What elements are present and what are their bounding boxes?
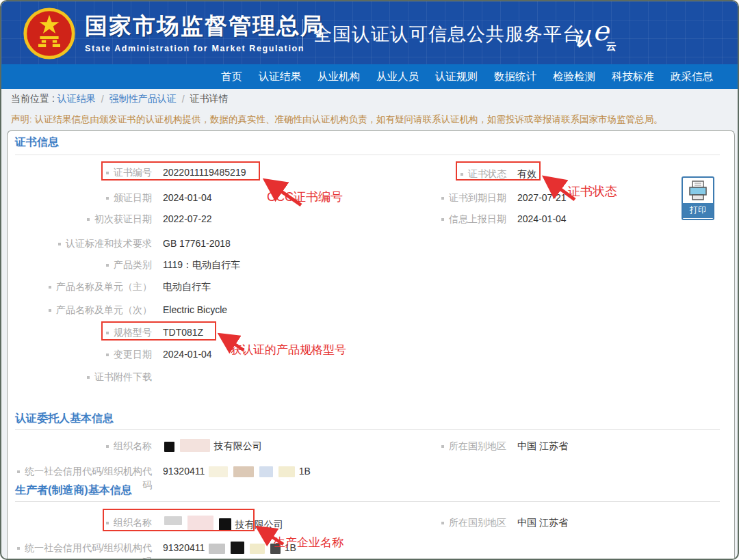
header-divider (302, 19, 303, 48)
breadcrumb-current: 证书详情 (190, 93, 229, 105)
field-value: 2022-07-22 (163, 212, 212, 226)
section-divider (15, 501, 720, 502)
highlight-box-manufacturer (103, 509, 255, 531)
nav-item-inspection[interactable]: 检验检测 (553, 70, 595, 84)
redaction-block (209, 544, 225, 554)
annotation-model: 获认证的产品规格型号 (230, 342, 346, 358)
nav-item-rules[interactable]: 认证规则 (435, 70, 478, 84)
breadcrumb: 当前位置 : 认证结果 / 强制性产品认证 / 证书详情 (1, 89, 738, 109)
field-value: 1119：电动自行车 (163, 258, 240, 271)
field-label: 初次获证日期 (15, 212, 152, 226)
section-title-applicant: 认证委托人基本信息 (15, 412, 114, 426)
field-value: GB 17761-2018 (163, 237, 231, 250)
disclaimer-notice: 声明: 认证结果信息由颁发证书的认证机构提供，数据的真实性、准确性由认证机构负责… (1, 109, 738, 130)
nav-item-standards[interactable]: 科技标准 (612, 70, 654, 84)
section-divider (15, 155, 720, 155)
breadcrumb-separator: / (101, 94, 104, 105)
field-row-issue-date: 颁证日期 2024-01-04 (15, 191, 212, 204)
printer-icon (687, 180, 709, 203)
field-value: 电动自行车 (163, 280, 211, 293)
redaction-block (259, 466, 273, 477)
highlight-box-cert-no (101, 161, 260, 181)
field-label: 产品类别 (15, 258, 152, 271)
national-emblem-icon (22, 6, 77, 61)
breadcrumb-link-ccc[interactable]: 强制性产品认证 (109, 93, 177, 105)
field-row-product-name-main: 产品名称及单元（主） 电动自行车 (15, 280, 211, 293)
credit-code-redacted: 91320411 1B (163, 464, 311, 478)
certificate-detail-page: 国家市场监督管理总局 State Administration for Mark… (0, 0, 739, 560)
breadcrumb-separator: / (182, 94, 185, 105)
field-label: 认证标准和技术要求 (15, 237, 152, 250)
field-row-first-issue-date: 初次获证日期 2022-07-22 (15, 212, 212, 226)
field-label: 颁证日期 (15, 191, 152, 204)
field-value: 2024-01-04 (163, 347, 212, 361)
org-title-cn: 国家市场监督管理总局 (85, 11, 324, 42)
field-label: 产品名称及单元（主） (15, 280, 152, 293)
redaction-block (278, 466, 295, 477)
breadcrumb-prefix: 当前位置 : (11, 93, 55, 105)
field-row-attachment-download: 证书附件下载 (15, 370, 163, 384)
field-row-standard: 认证标准和技术要求 GB 17761-2018 (15, 237, 231, 250)
nav-item-home[interactable]: 首页 (221, 70, 242, 84)
nav-item-statistics[interactable]: 数据统计 (494, 70, 536, 84)
nav-item-personnel[interactable]: 从业人员 (376, 70, 419, 84)
credit-code-prefix: 91320411 (163, 466, 205, 477)
field-label: 产品名称及单元（次） (15, 303, 152, 317)
field-label: 统一社会信用代码/组织机构代码 (15, 541, 152, 560)
org-title-block: 国家市场监督管理总局 State Administration for Mark… (85, 11, 324, 53)
field-row-manufacturer-region: 所在国别地区 中国 江苏省 (420, 516, 568, 529)
nav-item-cert-results[interactable]: 认证结果 (259, 70, 301, 84)
credit-code-suffix: 1B (299, 466, 311, 477)
field-value: 中国 江苏省 (517, 439, 568, 453)
field-row-manufacturer-credit-code: 统一社会信用代码/组织机构代码 91320411 1B (15, 541, 296, 560)
platform-title: 全国认证认可信息公共服务平台 (313, 22, 582, 46)
breadcrumb-link-cert-results[interactable]: 认证结果 (57, 93, 96, 105)
field-row-applicant-region: 所在国别地区 中国 江苏省 (420, 439, 568, 453)
print-button-label: 打印 (683, 203, 713, 218)
section-title-manufacturer: 生产者(制造商)基本信息 (15, 483, 132, 498)
nav-item-procurement[interactable]: 政采信息 (671, 70, 713, 84)
section-divider (15, 429, 720, 430)
field-row-product-category: 产品类别 1119：电动自行车 (15, 258, 240, 271)
print-button[interactable]: 打印 (682, 176, 714, 220)
main-nav: 首页 认证结果 从业机构 从业人员 认证规则 数据统计 检验检测 科技标准 政采… (1, 64, 738, 89)
redaction-block (209, 466, 228, 477)
field-row-report-date: 信息上报日期 2024-01-04 (420, 212, 567, 226)
field-label: 证书附件下载 (15, 370, 152, 384)
field-row-product-name-secondary: 产品名称及单元（次） Electric Bicycle (15, 303, 227, 317)
field-label: 所在国别地区 (420, 439, 506, 453)
org-title-en: State Administration for Market Regulati… (85, 44, 324, 53)
credit-code-prefix: 91320411 (163, 542, 205, 553)
redaction-block (233, 466, 254, 477)
annotation-manufacturer: 生产企业名称 (274, 535, 343, 550)
field-label: 信息上报日期 (420, 212, 506, 226)
annotation-cert-no: CCC证书编号 (267, 189, 343, 205)
highlight-box-model (101, 321, 216, 341)
field-row-applicant-org: 组织名称 技有限公司 (15, 439, 262, 453)
redaction-block (164, 442, 174, 452)
section-title-cert-info: 证书信息 (15, 135, 59, 150)
field-value: 2024-01-04 (163, 191, 212, 204)
redaction-block (180, 439, 210, 452)
field-label: 组织名称 (15, 439, 152, 453)
site-header: 国家市场监督管理总局 State Administration for Mark… (1, 1, 738, 64)
org-name-visible: 技有限公司 (214, 440, 262, 451)
field-label: 所在国别地区 (420, 516, 506, 529)
field-value: Electric Bicycle (163, 303, 227, 317)
annotation-status: 证书状态 (568, 183, 617, 200)
field-label: 变更日期 (15, 347, 152, 361)
redaction-block (231, 542, 244, 554)
renyun-logo: 认e云 (575, 19, 619, 51)
nav-item-agencies[interactable]: 从业机构 (317, 70, 360, 84)
field-label: 证书到期日期 (420, 191, 506, 204)
field-row-change-date: 变更日期 2024-01-04 (15, 347, 212, 361)
highlight-box-status (456, 161, 541, 181)
field-value: 中国 江苏省 (517, 516, 568, 529)
field-value: 2024-01-04 (517, 212, 567, 226)
org-name-redacted: 技有限公司 (163, 439, 262, 453)
